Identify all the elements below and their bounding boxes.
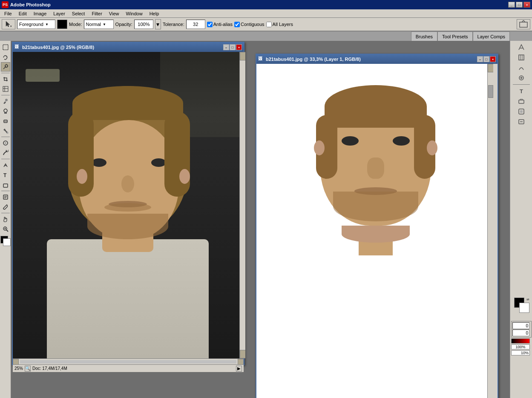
doc2-canvas[interactable]	[256, 64, 493, 398]
anti-alias-group[interactable]: Anti-alias	[207, 22, 233, 27]
tool-slice[interactable]	[1, 84, 10, 94]
doc1-status-bar: 25% 🔍 Doc: 17,4M/17,4M ▶	[13, 364, 244, 372]
anti-alias-checkbox[interactable]	[207, 22, 213, 27]
doc1-zoom-button[interactable]: 🔍	[25, 366, 31, 372]
menu-bar: File Edit Image Layer Select Filter View…	[0, 9, 532, 18]
menu-window[interactable]: Window	[123, 10, 146, 17]
doc1-canvas[interactable]	[13, 52, 245, 358]
doc1-scrollbar-v[interactable]	[239, 52, 245, 358]
contiguous-group[interactable]: Contiguous	[234, 22, 265, 27]
doc2-maximize[interactable]: □	[483, 56, 489, 62]
maximize-button[interactable]: □	[516, 2, 523, 8]
color-swatches-area[interactable]	[0, 236, 11, 246]
tool-shape[interactable]	[1, 180, 10, 189]
tool-pen[interactable]	[1, 160, 10, 170]
svg-rect-38	[519, 100, 524, 103]
tool-hand[interactable]	[1, 215, 10, 224]
tool-dodge[interactable]	[1, 148, 10, 157]
doc1-close[interactable]: ×	[236, 44, 242, 50]
tool-fill[interactable]	[1, 126, 10, 135]
tool-magic-wand[interactable]	[1, 62, 10, 72]
tool-text[interactable]: T	[1, 170, 10, 180]
doc1-maximize[interactable]: □	[230, 44, 236, 50]
right-tool-1[interactable]	[517, 43, 526, 52]
color-swatch[interactable]	[57, 20, 67, 29]
background-swatch[interactable]	[519, 303, 529, 313]
minimize-button[interactable]: _	[508, 2, 515, 8]
value-input-1[interactable]	[512, 322, 529, 329]
red-gradient-bar[interactable]	[511, 338, 530, 344]
contiguous-checkbox[interactable]	[234, 22, 240, 27]
value-input-2[interactable]	[512, 329, 529, 336]
doc1-minimize[interactable]: –	[223, 44, 229, 50]
right-tool-6[interactable]	[517, 97, 526, 106]
tool-marquee[interactable]	[1, 43, 10, 52]
panels-bar: Brushes Tool Presets Layer Comps	[411, 31, 510, 41]
tool-select-button[interactable]: ▾	[2, 19, 15, 29]
tool-presets-tab[interactable]: Tool Presets	[437, 31, 473, 41]
tool-separator-5	[1, 191, 10, 191]
layer-comps-tab[interactable]: Layer Comps	[473, 31, 510, 41]
fg-bg-swatches[interactable]: ⇄	[514, 298, 529, 313]
workspace: T 🖼 b21tabus401.jpg @ 25% (RGB/8)	[0, 41, 532, 398]
svg-rect-7	[3, 86, 8, 92]
menu-edit[interactable]: Edit	[15, 10, 30, 17]
left-toolbar: T	[0, 41, 11, 398]
mode-dropdown[interactable]: Normal ▼	[84, 20, 114, 29]
right-tool-3[interactable]	[517, 63, 526, 72]
svg-rect-2	[520, 22, 527, 27]
foreground-dropdown[interactable]: Foreground ▼	[17, 20, 55, 29]
doc2-close[interactable]: ×	[490, 56, 496, 62]
tool-notes[interactable]	[1, 192, 10, 202]
tool-crop[interactable]	[1, 74, 10, 84]
menu-help[interactable]: Help	[146, 10, 163, 17]
svg-point-4	[5, 65, 8, 67]
opacity-input[interactable]: 100%	[134, 20, 153, 29]
swap-icon[interactable]: ⇄	[526, 298, 529, 301]
doc2-scrollbar-v[interactable]	[487, 64, 493, 398]
tool-brush[interactable]	[1, 97, 10, 106]
tolerance-input[interactable]: 32	[186, 20, 205, 29]
menu-image[interactable]: Image	[30, 10, 50, 17]
background-color[interactable]	[3, 238, 11, 246]
tool-separator-2	[1, 95, 10, 95]
tool-separator-3	[1, 137, 10, 137]
svg-point-10	[5, 99, 8, 101]
doc2-buttons: – □ ×	[477, 56, 496, 62]
opacity-arrow-button[interactable]: ▾	[155, 19, 161, 29]
menu-view[interactable]: View	[106, 10, 123, 17]
tool-lasso[interactable]	[1, 52, 10, 62]
tool-eyedropper[interactable]	[1, 202, 10, 212]
doc1-icon: 🖼	[14, 44, 20, 50]
all-layers-checkbox[interactable]	[266, 22, 272, 27]
brushes-tab[interactable]: Brushes	[411, 31, 437, 41]
svg-point-11	[4, 109, 7, 112]
close-button[interactable]: ×	[523, 2, 530, 8]
doc2-minimize[interactable]: –	[477, 56, 483, 62]
right-tool-8[interactable]	[517, 117, 526, 126]
right-tool-7[interactable]	[517, 107, 526, 116]
anti-alias-label: Anti-alias	[213, 22, 233, 27]
tool-stamp[interactable]	[1, 106, 10, 116]
all-layers-group[interactable]: All Layers	[266, 22, 293, 27]
title-bar: PS Adobe Photoshop _ □ ×	[0, 0, 532, 9]
title-bar-buttons: _ □ ×	[508, 2, 530, 8]
right-tool-4[interactable]	[517, 73, 526, 83]
tool-right-icon[interactable]	[517, 19, 530, 29]
mode-label: Mode:	[69, 22, 82, 27]
tool-blur[interactable]	[1, 138, 10, 148]
menu-select[interactable]: Select	[69, 10, 89, 17]
svg-rect-31	[519, 55, 524, 60]
menu-layer[interactable]: Layer	[50, 10, 69, 17]
right-tool-2[interactable]	[517, 53, 526, 62]
contiguous-label: Contiguous	[241, 22, 265, 27]
menu-filter[interactable]: Filter	[88, 10, 105, 17]
doc1-scroll-right[interactable]: ▶	[236, 366, 242, 372]
svg-rect-21	[3, 184, 8, 187]
menu-file[interactable]: File	[1, 10, 15, 17]
tool-eraser[interactable]	[1, 116, 10, 126]
doc1-scrollbar-h[interactable]	[13, 358, 244, 364]
tool-zoom[interactable]	[1, 224, 10, 234]
tolerance-label: Tolerance:	[163, 22, 184, 27]
right-tool-5[interactable]: T	[517, 86, 526, 96]
